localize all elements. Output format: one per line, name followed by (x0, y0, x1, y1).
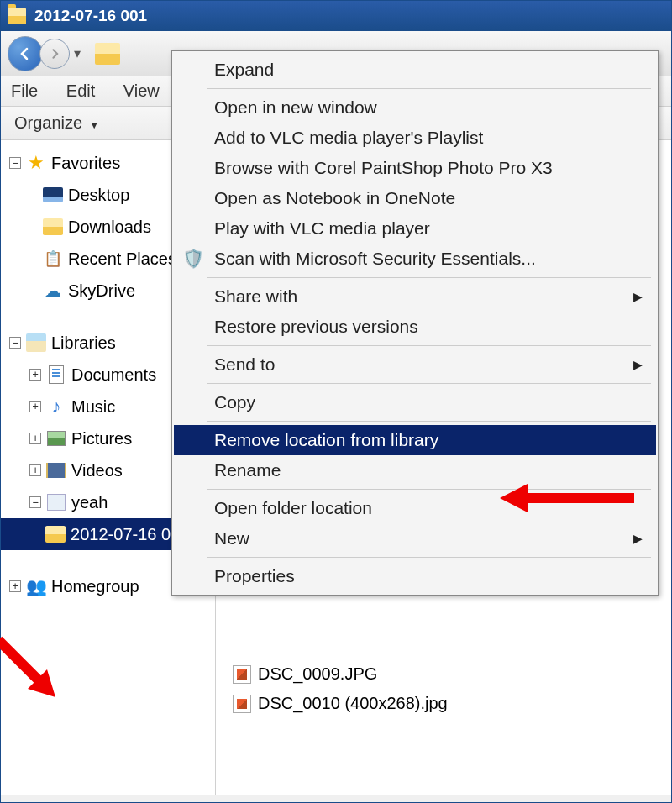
file-item[interactable]: DSC_0010 (400x268).jpg (233, 689, 654, 718)
menu-share-with[interactable]: Share with▶ (174, 281, 656, 312)
expand-icon[interactable]: + (29, 433, 41, 444)
menu-add-vlc-playlist[interactable]: Add to VLC media player's Playlist (174, 123, 656, 153)
menu-expand[interactable]: Expand (174, 55, 656, 85)
menu-remove-location[interactable]: Remove location from library (174, 425, 656, 455)
menu-file[interactable]: File (11, 81, 38, 100)
back-button[interactable] (8, 36, 43, 71)
menu-new[interactable]: New▶ (174, 523, 656, 554)
chevron-down-icon: ▼ (89, 119, 99, 131)
expand-icon[interactable]: + (29, 401, 41, 412)
menu-properties[interactable]: Properties (174, 561, 656, 591)
homegroup-label: Homegroup (51, 577, 139, 596)
titlebar[interactable]: 2012-07-16 001 (1, 1, 671, 31)
videos-icon (46, 463, 66, 478)
file-name: DSC_0010 (400x268).jpg (258, 694, 448, 713)
menu-separator (207, 557, 651, 558)
favorites-label: Favorites (51, 154, 120, 173)
menu-separator (207, 88, 651, 89)
star-icon: ★ (26, 154, 46, 172)
image-file-icon (233, 695, 251, 713)
menu-separator (207, 277, 651, 278)
libraries-icon (26, 333, 46, 352)
file-item[interactable]: DSC_0009.JPG (233, 659, 654, 689)
organize-button[interactable]: Organize▼ (14, 113, 99, 132)
menu-separator (207, 421, 651, 422)
menu-restore-versions[interactable]: Restore previous versions (174, 312, 656, 342)
folder-icon (8, 8, 26, 24)
libraries-label: Libraries (51, 333, 116, 353)
menu-view[interactable]: View (123, 81, 160, 100)
expand-icon[interactable]: + (29, 464, 41, 476)
expand-icon[interactable]: + (29, 369, 41, 381)
collapse-icon[interactable]: − (9, 337, 21, 349)
menu-play-vlc[interactable]: Play with VLC media player (174, 213, 656, 244)
shield-icon: 🛡️ (184, 249, 202, 268)
menu-separator (207, 383, 651, 384)
folder-icon (43, 218, 63, 235)
menu-edit[interactable]: Edit (66, 81, 95, 100)
menu-copy[interactable]: Copy (174, 387, 656, 417)
music-icon: ♪ (46, 397, 66, 416)
homegroup-icon: 👥 (26, 577, 46, 596)
image-file-icon (233, 665, 251, 684)
menu-separator (207, 489, 651, 490)
expand-icon[interactable]: + (9, 580, 21, 592)
menu-open-new-window[interactable]: Open in new window (174, 92, 656, 123)
window-title: 2012-07-16 001 (34, 7, 147, 25)
document-icon (49, 365, 64, 384)
nav-history-dropdown[interactable]: ▾ (70, 39, 85, 69)
collapse-icon[interactable]: − (29, 496, 41, 508)
collapse-icon[interactable]: − (9, 157, 21, 169)
library-icon (47, 494, 66, 511)
menu-open-folder-location[interactable]: Open folder location (174, 493, 656, 523)
menu-scan-mse[interactable]: 🛡️ Scan with Microsoft Security Essentia… (174, 244, 656, 274)
submenu-arrow-icon: ▶ (633, 358, 643, 371)
file-name: DSC_0009.JPG (258, 664, 377, 684)
menu-browse-corel[interactable]: Browse with Corel PaintShop Photo Pro X3 (174, 153, 656, 183)
folder-icon (45, 526, 66, 543)
desktop-icon (43, 187, 63, 202)
recent-icon: 📋 (43, 249, 63, 268)
submenu-arrow-icon: ▶ (633, 532, 643, 545)
menu-send-to[interactable]: Send to▶ (174, 349, 656, 380)
menu-rename[interactable]: Rename (174, 455, 656, 485)
menu-open-onenote[interactable]: Open as Notebook in OneNote (174, 183, 656, 213)
menu-separator (207, 345, 651, 346)
context-menu: Expand Open in new window Add to VLC med… (171, 50, 659, 596)
breadcrumb-folder-icon[interactable] (95, 43, 120, 65)
submenu-arrow-icon: ▶ (633, 290, 643, 303)
cloud-icon: ☁ (43, 281, 63, 300)
forward-button[interactable] (39, 39, 70, 69)
pictures-icon (47, 431, 66, 446)
